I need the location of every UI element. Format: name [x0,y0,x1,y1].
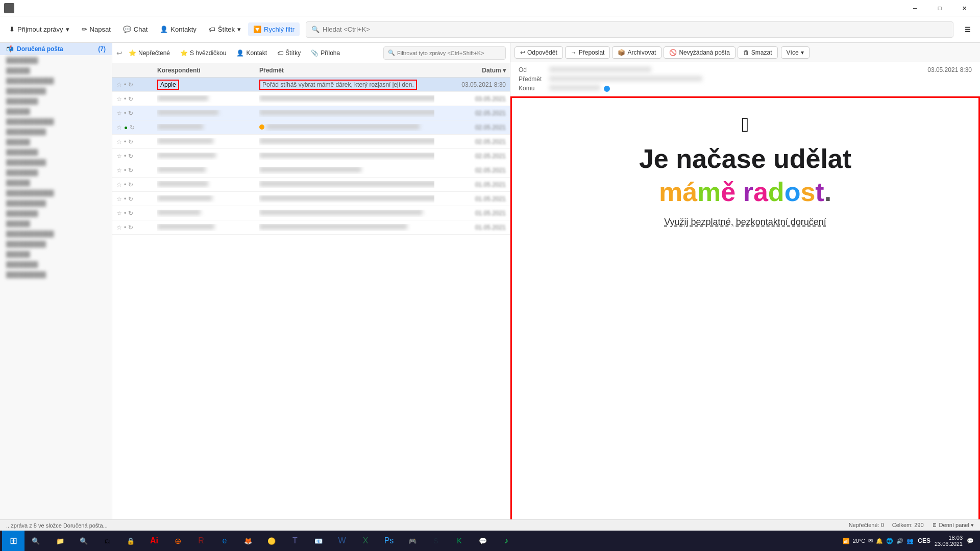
refresh-icon[interactable]: ↻ [128,138,133,145]
refresh-icon[interactable]: ↻ [128,210,133,217]
email-row[interactable]: ☆•↻ 01.05.2021 [112,178,510,192]
close-button[interactable]: ✕ [952,0,976,16]
star-icon[interactable]: ☆ [116,110,122,117]
outlook-button[interactable]: 📧 [307,531,330,551]
star-icon[interactable]: ☆ [116,124,122,131]
whatsapp-button[interactable]: 💬 [472,531,494,551]
forward-button[interactable]: → Přeposlat [565,46,610,59]
star-icon[interactable]: ☆ [116,95,122,103]
search-app-button[interactable]: 🔍 [72,531,95,551]
mail-icon[interactable]: ✉ [868,538,873,544]
sidebar-item-13[interactable]: ████████ [0,167,112,178]
star-icon[interactable]: ☆ [116,181,122,188]
sidebar-item-3[interactable]: ██████ [0,65,112,76]
file-explorer-button[interactable]: 📁 [49,531,71,551]
tags-filter-button[interactable]: 🏷 Štítky [273,47,305,59]
back-arrow[interactable]: ↩ [116,49,122,57]
refresh-icon[interactable]: ↻ [128,224,133,231]
sidebar-item-14[interactable]: ██████ [0,178,112,188]
contacts-button[interactable]: 👤 Kontakty [155,22,202,36]
quick-filter-button[interactable]: 🔽 Rychlý filtr [248,22,300,36]
sidebar-item-8[interactable]: ████████████ [0,116,112,127]
unread-filter-button[interactable]: ⭐ Nepřečtené [125,47,174,59]
star-icon[interactable]: ☆ [116,167,122,174]
email-row[interactable]: ☆•↻ 02.05.2021 [112,163,510,178]
sidebar-item-11[interactable]: ████████ [0,147,112,157]
filter-search-box[interactable]: 🔍 [383,46,506,60]
network-icon[interactable]: 📶 [843,538,850,544]
minimize-button[interactable]: ─ [903,0,927,16]
teams-button[interactable]: T [284,531,306,551]
refresh-icon[interactable]: ↻ [128,153,133,160]
volume-icon[interactable]: 🔊 [896,538,903,544]
sidebar-item-23[interactable]: ██████████ [0,269,112,280]
start-button[interactable]: ⊞ [2,531,24,551]
contact-filter-button[interactable]: 👤 Kontakt [232,47,271,59]
chrome-button[interactable]: 🟡 [260,531,283,551]
search-input[interactable] [323,26,948,33]
kaspersky-button[interactable]: K [448,531,471,551]
delete-button[interactable]: 🗑 Smazat [738,46,778,59]
sidebar-item-19[interactable]: ████████████ [0,229,112,239]
excel-button[interactable]: X [354,531,377,551]
email-row[interactable]: ☆ • ↻ Apple Pořád stíháš vybrat mámě dár… [112,78,510,92]
steam-button[interactable]: 🎮 [401,531,424,551]
starred-filter-button[interactable]: ⭐ S hvězdičkou [176,47,230,59]
junk-button[interactable]: 🚫 Nevyžádaná pošta [664,46,735,59]
star-action-icon[interactable]: ☆ [116,81,122,88]
people-icon[interactable]: 👥 [906,538,914,544]
email-row[interactable]: ☆•↻ 01.05.2021 [112,206,510,220]
sidebar-item-2[interactable]: ████████ [0,55,112,65]
email-row[interactable]: ☆•↻ 03.05.2021 [112,92,510,106]
email-row[interactable]: ☆•↻ 02.05.2021 [112,135,510,149]
email-row[interactable]: ☆•↻ 02.05.2021 [112,106,510,120]
more-button[interactable]: Více ▾ [781,46,810,59]
spotify-button[interactable]: ♪ [495,531,518,551]
refresh-icon[interactable]: ↻ [130,124,135,131]
security-button[interactable]: 🔒 [119,531,142,551]
refresh-icon[interactable]: ↻ [128,110,133,117]
star-icon[interactable]: ☆ [116,224,122,231]
refresh-icon[interactable]: ↻ [128,195,133,203]
refresh-icon[interactable]: ↻ [128,181,133,188]
notification-icon[interactable]: 🔔 [876,538,883,544]
filter-search-input[interactable] [397,50,501,56]
compose-button[interactable]: ✏ Napsat [77,22,116,36]
star-icon[interactable]: ☆ [116,138,122,145]
sidebar-item-20[interactable]: ██████████ [0,239,112,249]
network2-icon[interactable]: 🌐 [886,538,893,544]
firefox-button[interactable]: 🦊 [237,531,259,551]
sidebar-item-4[interactable]: ████████████ [0,76,112,86]
refresh-icon[interactable]: ↻ [128,167,133,174]
app17-button[interactable]: S [425,531,447,551]
reply-button[interactable]: ↩ Odpovědět [514,46,563,59]
daily-panel-button[interactable]: 🗓 Denní panel ▾ [932,522,974,529]
attachment-filter-button[interactable]: 📎 Příloha [307,47,344,59]
chat-button[interactable]: 💬 Chat [118,22,153,36]
sidebar-item-21[interactable]: ██████ [0,249,112,259]
email-row[interactable]: ☆•↻ 01.05.2021 [112,220,510,235]
refresh-icon[interactable]: ↻ [128,95,133,103]
sidebar-item-9[interactable]: ██████████ [0,127,112,137]
star-icon[interactable]: ☆ [116,210,122,217]
sidebar-item-16[interactable]: ██████████ [0,198,112,208]
sidebar-item-18[interactable]: ██████ [0,218,112,229]
star-icon[interactable]: ☆ [116,195,122,203]
sidebar-item-15[interactable]: ████████████ [0,188,112,198]
receive-messages-button[interactable]: ⬇ Přijmout zprávy ▾ [4,22,75,36]
email-row[interactable]: ☆•↻ 02.05.2021 [112,149,510,163]
refresh-icon[interactable]: ↻ [128,81,133,88]
email-row[interactable]: ☆•↻ 01.05.2021 [112,192,510,206]
sidebar-item-7[interactable]: ██████ [0,106,112,116]
sidebar-item-6[interactable]: ████████ [0,96,112,106]
word-button[interactable]: W [331,531,353,551]
action-center-icon[interactable]: 💬 [967,538,974,544]
sidebar-item-10[interactable]: ██████ [0,137,112,147]
star-icon[interactable]: ☆ [116,153,122,160]
adobe-button[interactable]: Ai [143,531,165,551]
photoshop-button[interactable]: Ps [378,531,400,551]
sidebar-item-inbox[interactable]: 📬 Doručená pošta (7) [0,43,112,55]
app6-button[interactable]: ⊕ [166,531,189,551]
main-search-box[interactable]: 🔍 [306,21,953,38]
maximize-button[interactable]: □ [928,0,951,16]
